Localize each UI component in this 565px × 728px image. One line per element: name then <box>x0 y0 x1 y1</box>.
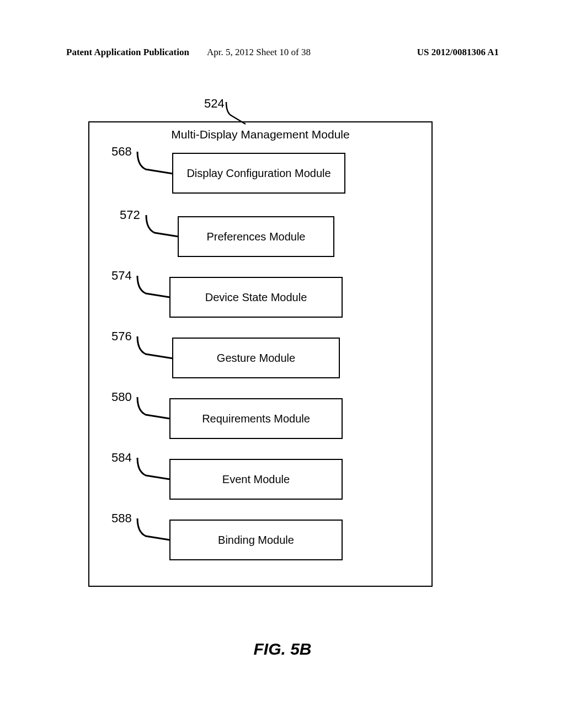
module-label: Requirements Module <box>202 413 310 425</box>
requirements-module: Requirements Module <box>169 398 343 439</box>
ref-572: 572 <box>120 208 140 222</box>
gesture-module: Gesture Module <box>172 338 340 378</box>
preferences-module: Preferences Module <box>178 216 334 257</box>
ref-580: 580 <box>111 390 132 404</box>
module-label: Gesture Module <box>217 352 295 365</box>
ref-588: 588 <box>111 511 132 526</box>
lead-line-568 <box>135 146 176 176</box>
module-label: Preferences Module <box>207 231 306 243</box>
header-mid: Apr. 5, 2012 Sheet 10 of 38 <box>207 47 311 58</box>
diagram-title: Multi-Display Management Module <box>89 128 431 141</box>
module-label: Event Module <box>222 473 290 486</box>
module-label: Binding Module <box>218 534 294 547</box>
lead-line-576 <box>135 331 176 361</box>
main-module-box: Multi-Display Management Module 568 Disp… <box>88 121 433 587</box>
header-left: Patent Application Publication <box>66 47 189 57</box>
header-right: US 2012/0081306 A1 <box>417 47 499 58</box>
ref-568: 568 <box>111 144 132 159</box>
page-header: Patent Application Publication Apr. 5, 2… <box>66 47 499 58</box>
ref-524: 524 <box>204 97 225 111</box>
module-label: Device State Module <box>205 291 307 304</box>
binding-module: Binding Module <box>169 520 343 560</box>
ref-574: 574 <box>111 269 132 283</box>
ref-576: 576 <box>111 329 132 344</box>
display-configuration-module: Display Configuration Module <box>172 153 345 194</box>
figure-caption: FIG. 5B <box>0 640 565 659</box>
ref-584: 584 <box>111 451 132 465</box>
device-state-module: Device State Module <box>169 277 343 318</box>
event-module: Event Module <box>169 459 343 500</box>
module-label: Display Configuration Module <box>186 167 331 180</box>
